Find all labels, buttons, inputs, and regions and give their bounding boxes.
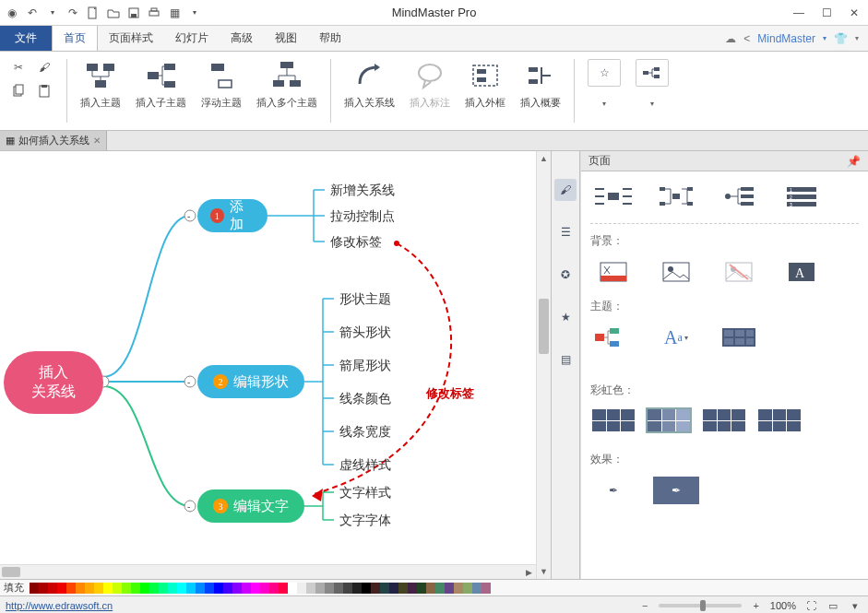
layout-option[interactable] [716, 183, 762, 210]
scroll-up-icon[interactable]: ▲ [537, 151, 551, 166]
color-swatch[interactable] [39, 583, 48, 594]
insert-relation-button[interactable]: 插入关系线 [340, 55, 398, 112]
color-swatch[interactable] [113, 583, 122, 594]
color-swatch[interactable] [269, 583, 279, 594]
maximize-button[interactable]: ☐ [813, 0, 840, 26]
color-swatch[interactable] [426, 583, 435, 594]
relation-annotation[interactable]: 修改标签 [426, 385, 474, 402]
bg-image-button[interactable] [653, 258, 699, 286]
badge-panel-icon[interactable]: ✪ [554, 264, 577, 286]
brush-icon[interactable]: 🖌 [33, 57, 55, 77]
chevron-down-icon[interactable]: ▾ [848, 598, 862, 613]
color-swatch[interactable] [325, 583, 334, 594]
qat-more-icon[interactable]: ▾ [186, 5, 203, 21]
color-swatch[interactable] [297, 583, 306, 594]
color-swatch[interactable] [196, 583, 205, 594]
color-swatch[interactable] [445, 583, 454, 594]
leaf[interactable]: 形状主题 [339, 291, 391, 308]
color-swatch[interactable] [159, 583, 168, 594]
open-icon[interactable] [105, 5, 122, 21]
star-box-button[interactable]: ☆ [588, 59, 621, 87]
fullscreen-icon[interactable]: ▭ [826, 598, 840, 613]
vertical-scrollbar[interactable]: ▲ ▼ [536, 151, 551, 579]
color-swatch[interactable] [251, 583, 260, 594]
color-swatch[interactable] [30, 583, 39, 594]
color-swatch[interactable] [352, 583, 362, 594]
user-link[interactable]: MindMaster [757, 32, 815, 45]
leaf[interactable]: 线条宽度 [339, 424, 391, 441]
color-swatch[interactable] [242, 583, 251, 594]
zoom-in-button[interactable]: + [749, 600, 762, 611]
rainbow-option[interactable] [590, 407, 636, 433]
zoom-out-button[interactable]: − [638, 600, 651, 611]
rainbow-option[interactable] [701, 407, 747, 433]
layout-option[interactable] [653, 183, 699, 210]
export-icon[interactable]: ▦ [166, 5, 183, 21]
rainbow-option[interactable] [756, 407, 803, 433]
color-swatch[interactable] [131, 583, 140, 594]
tab-advanced[interactable]: 高级 [220, 26, 264, 51]
leaf[interactable]: 箭头形状 [339, 324, 391, 341]
shirt-icon[interactable]: 👕 [834, 32, 848, 45]
zoom-thumb[interactable] [700, 600, 706, 611]
insert-subtopic-button[interactable]: 插入子主题 [132, 55, 190, 112]
color-swatch[interactable] [472, 583, 482, 594]
color-swatch[interactable] [48, 583, 57, 594]
layout-option[interactable]: 123 [779, 183, 825, 210]
canvas[interactable]: - - - - 插入 关系线 1 添加 2 编辑形状 3 编辑文字 新增关系线 … [0, 151, 551, 579]
color-swatch[interactable] [168, 583, 177, 594]
minimize-button[interactable]: — [785, 0, 813, 26]
color-swatch[interactable] [76, 583, 85, 594]
root-node[interactable]: 插入 关系线 [4, 351, 103, 414]
color-swatch[interactable] [177, 583, 186, 594]
share-icon[interactable]: < [743, 32, 750, 45]
insert-topic-button[interactable]: 插入主题 [77, 55, 125, 112]
compass-icon[interactable]: ◉ [4, 5, 20, 21]
status-url[interactable]: http://www.edrawsoft.cn [6, 600, 113, 611]
tab-view[interactable]: 视图 [264, 26, 308, 51]
color-swatch[interactable] [103, 583, 113, 594]
color-swatch[interactable] [417, 583, 426, 594]
font-option[interactable]: Aa▾ [653, 324, 699, 351]
color-swatch[interactable] [408, 583, 417, 594]
fit-page-icon[interactable]: ⛶ [803, 598, 818, 613]
color-swatch[interactable] [279, 583, 288, 594]
save-icon[interactable] [125, 5, 142, 21]
dropdown-icon[interactable]: ▾ [44, 5, 61, 21]
color-swatch[interactable] [66, 583, 76, 594]
color-swatch[interactable] [334, 583, 343, 594]
effect-option[interactable]: ✒ [653, 477, 699, 504]
color-swatch[interactable] [186, 583, 196, 594]
leaf[interactable]: 新增关系线 [330, 183, 395, 199]
color-swatch[interactable] [362, 583, 371, 594]
color-swatch[interactable] [260, 583, 269, 594]
color-theme-option[interactable] [716, 324, 762, 351]
color-swatch[interactable] [288, 583, 297, 594]
color-swatch[interactable] [122, 583, 131, 594]
color-swatch[interactable] [482, 583, 491, 594]
color-swatch[interactable] [398, 583, 408, 594]
file-tab[interactable]: 文件 [0, 26, 52, 51]
star-panel-icon[interactable]: ★ [554, 306, 577, 328]
document-tab[interactable]: ▦ 如何插入关系线 ✕ [0, 131, 107, 150]
theme-option[interactable] [590, 324, 636, 351]
redo-icon[interactable]: ↷ [65, 5, 81, 21]
color-swatch[interactable] [223, 583, 232, 594]
leaf[interactable]: 箭尾形状 [339, 358, 391, 374]
insert-boundary-button[interactable]: 插入外框 [461, 55, 509, 112]
node-edit-shape[interactable]: 2 编辑形状 [197, 365, 304, 398]
color-swatch[interactable] [463, 583, 472, 594]
insert-summary-button[interactable]: 插入概要 [517, 55, 565, 112]
bg-remove-button[interactable] [716, 258, 762, 286]
print-icon[interactable] [146, 5, 162, 21]
color-swatch[interactable] [205, 583, 214, 594]
color-swatch[interactable] [389, 583, 398, 594]
close-button[interactable]: ✕ [840, 0, 868, 26]
scroll-thumb[interactable] [539, 299, 549, 354]
layout-option[interactable] [590, 183, 636, 210]
new-file-icon[interactable] [85, 5, 101, 21]
color-swatch[interactable] [232, 583, 242, 594]
color-swatch[interactable] [371, 583, 380, 594]
tab-help[interactable]: 帮助 [308, 26, 352, 51]
scroll-thumb[interactable] [2, 567, 20, 577]
